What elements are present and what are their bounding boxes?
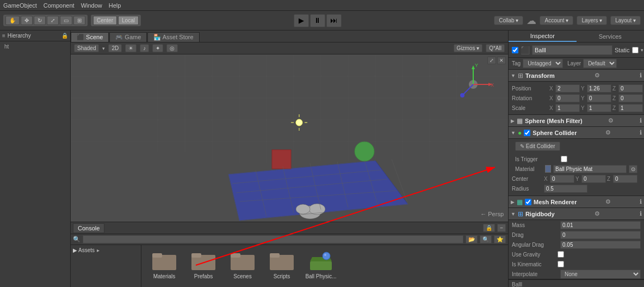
move-tool-button[interactable]: ✥	[21, 16, 33, 25]
step-button[interactable]: ⏭	[326, 14, 342, 27]
assets-label[interactable]: ▶ Assets ▸	[73, 247, 139, 253]
material-value-input[interactable]	[553, 165, 627, 173]
rot-z-input[interactable]	[618, 94, 643, 102]
center-x-input[interactable]	[550, 175, 574, 183]
asset-prefabs[interactable]: Prefabs	[187, 251, 220, 279]
obj-active-checkbox[interactable]	[512, 47, 518, 53]
scene-tab[interactable]: ⬛ Scene	[71, 32, 109, 42]
mesh-filter-info-button[interactable]: ℹ	[640, 117, 642, 124]
effects-button[interactable]: ✦	[152, 44, 163, 52]
layers-button[interactable]: Layers ▾	[577, 16, 607, 25]
material-select-button[interactable]: ⊙	[629, 165, 637, 173]
assets-search-btn[interactable]: 🔍	[480, 235, 492, 243]
inspector-tab[interactable]: Inspector	[509, 30, 577, 42]
console-tab[interactable]: Console	[73, 223, 104, 233]
center-z-label: Z	[607, 176, 612, 182]
asset-scenes[interactable]: Scenes	[226, 251, 259, 279]
assets-filter-btn[interactable]: 📂	[466, 235, 478, 243]
menu-window[interactable]: Window	[81, 2, 102, 9]
scene-corner-controls[interactable]: ⤢ ✕	[487, 57, 506, 64]
pos-z-input[interactable]	[618, 84, 643, 93]
mesh-filter-header[interactable]: ▶ ▦ Sphere (Mesh Filter) ⚙ ℹ	[509, 115, 644, 127]
menu-gameobject[interactable]: GameObject	[3, 2, 37, 9]
account-button[interactable]: Account ▾	[540, 16, 573, 25]
mesh-renderer-gear-button[interactable]: ⚙	[605, 198, 611, 205]
drag-input[interactable]	[560, 231, 641, 239]
tag-layer-row: Tag Untagged Layer Default	[509, 58, 644, 70]
use-gravity-checkbox[interactable]	[558, 251, 564, 258]
hidden-button[interactable]: ◎	[166, 44, 178, 52]
radius-input[interactable]	[544, 185, 587, 193]
center-z-input[interactable]	[613, 175, 637, 183]
scale-tool-button[interactable]: ⤢	[47, 16, 59, 25]
services-tab[interactable]: Services	[577, 30, 645, 42]
pos-x-input[interactable]	[555, 84, 580, 93]
rigidbody-gear-button[interactable]: ⚙	[595, 210, 600, 217]
rotate-tool-button[interactable]: ↻	[34, 16, 46, 25]
rigidbody-header[interactable]: ▼ ⊞ Rigidbody ⚙ ℹ	[509, 208, 644, 220]
scene-maximize-button[interactable]: ⤢	[487, 57, 496, 64]
tag-select[interactable]: Untagged	[523, 59, 563, 68]
transform-gear-button[interactable]: ⚙	[595, 72, 600, 79]
interpolate-select[interactable]: None	[560, 270, 641, 279]
shading-button[interactable]: Shaded	[74, 44, 99, 52]
svg-point-3	[355, 142, 374, 161]
layer-select[interactable]: Default	[583, 59, 617, 68]
collab-button[interactable]: Collab ▾	[494, 16, 523, 25]
menu-help[interactable]: Help	[109, 2, 121, 9]
mass-input[interactable]	[560, 221, 641, 229]
menu-component[interactable]: Component	[44, 2, 75, 9]
assets-search-input[interactable]	[83, 235, 463, 243]
audio-button[interactable]: ♪	[140, 44, 149, 52]
scene-close-button[interactable]: ✕	[497, 57, 506, 64]
search-button[interactable]: Q*All	[486, 44, 505, 52]
sphere-collider-header[interactable]: ▼ ● Sphere Collider ⚙ ℹ	[509, 127, 644, 139]
asset-store-tab[interactable]: 🏪 Asset Store	[147, 32, 199, 42]
static-checkbox[interactable]	[632, 47, 639, 53]
scale-y-input[interactable]	[587, 104, 611, 112]
object-header: ⬛ Static ▾	[509, 42, 644, 58]
mesh-filter-gear-button[interactable]: ⚙	[608, 117, 614, 124]
center-button[interactable]: Center	[93, 16, 117, 25]
rot-y-input[interactable]	[587, 94, 611, 102]
hand-tool-button[interactable]: ✋	[5, 16, 20, 25]
transform-info-button[interactable]: ℹ	[640, 72, 642, 79]
asset-ball-physic[interactable]: Ball Physic...	[305, 251, 337, 279]
layout-button[interactable]: Layout ▾	[610, 16, 641, 25]
is-kinematic-checkbox[interactable]	[558, 261, 564, 267]
center-y-input[interactable]	[581, 175, 606, 183]
pause-button[interactable]: ⏸	[310, 14, 325, 27]
multi-tool-button[interactable]: ⊞	[73, 16, 85, 25]
pos-y-input[interactable]	[587, 84, 611, 93]
edit-collider-button[interactable]: ✎ Edit Collider	[515, 142, 560, 151]
play-button[interactable]: ▶	[294, 14, 309, 27]
mesh-renderer-header[interactable]: ▶ ▦ Mesh Renderer ⚙ ℹ	[509, 196, 644, 208]
rigidbody-info-button[interactable]: ℹ	[640, 210, 642, 217]
2d-button[interactable]: 2D	[108, 44, 122, 52]
scale-z-input[interactable]	[618, 104, 643, 112]
rot-x-input[interactable]	[555, 94, 580, 102]
console-minimize-btn[interactable]: −	[497, 224, 506, 232]
static-dropdown-icon[interactable]: ▾	[641, 47, 643, 53]
assets-star-btn[interactable]: ⭐	[494, 235, 506, 243]
gizmos-button[interactable]: Gizmos ▾	[454, 44, 483, 52]
angular-drag-input[interactable]	[560, 241, 641, 249]
mesh-renderer-active-checkbox[interactable]	[525, 199, 531, 205]
rect-tool-button[interactable]: ▭	[60, 16, 72, 25]
sphere-collider-info-button[interactable]: ℹ	[640, 129, 642, 136]
obj-name-input[interactable]	[532, 45, 612, 55]
hierarchy-lock-icon[interactable]: 🔒	[61, 33, 68, 39]
game-tab[interactable]: 🎮 Game	[109, 32, 147, 42]
mesh-renderer-info-button[interactable]: ℹ	[640, 198, 642, 205]
center-label: Center	[512, 176, 542, 182]
sphere-collider-gear-button[interactable]: ⚙	[605, 129, 611, 136]
is-trigger-checkbox[interactable]	[561, 156, 567, 162]
local-button[interactable]: Local	[118, 16, 139, 25]
scale-x-input[interactable]	[555, 104, 580, 112]
transform-header[interactable]: ▼ ⊞ Transform ⚙ ℹ	[509, 70, 644, 82]
asset-scripts[interactable]: Scripts	[265, 251, 298, 279]
sphere-collider-active-checkbox[interactable]	[524, 130, 530, 136]
asset-materials[interactable]: Materials	[148, 251, 181, 279]
light-button[interactable]: ☀	[125, 44, 137, 52]
console-lock-btn[interactable]: 🔒	[483, 224, 495, 232]
